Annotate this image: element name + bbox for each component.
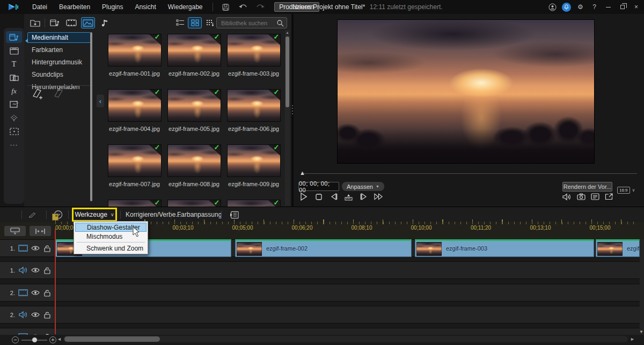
track-header-audio-1[interactable]: 1.	[0, 261, 54, 279]
filter-video-icon[interactable]	[64, 17, 78, 28]
track-lane-audio-2[interactable]	[54, 306, 640, 324]
color-adjust-button[interactable]: Farbanpassung	[177, 211, 222, 218]
scroll-left-icon[interactable]: ◄	[57, 336, 62, 342]
track-manager-button[interactable]	[4, 226, 26, 236]
settings-gear-icon[interactable]: ⚙	[576, 3, 585, 12]
rail-templates-icon[interactable]	[6, 45, 22, 57]
save-icon[interactable]	[222, 3, 230, 11]
media-item[interactable]: ✓ ezgif-frame-009.jpg	[224, 141, 283, 196]
preview-quality-icon[interactable]	[590, 192, 599, 201]
track-lock-icon[interactable]	[42, 289, 53, 297]
track-lane-video-2[interactable]	[54, 284, 640, 302]
import-media-icon[interactable]	[28, 17, 42, 28]
rail-more-icon[interactable]: ···	[6, 139, 22, 151]
detach-window-icon[interactable]	[604, 192, 613, 201]
playhead-grip[interactable]	[52, 214, 58, 221]
filter-audio-icon[interactable]	[98, 17, 112, 28]
media-item[interactable]: ✓ ezgif-frame-002.jpg	[164, 30, 224, 85]
snapshot-camera-icon[interactable]	[576, 192, 586, 201]
stop-button[interactable]	[314, 192, 323, 201]
timeline-zoom-handle[interactable]	[32, 337, 37, 342]
track-visibility-icon[interactable]	[30, 312, 41, 318]
media-item[interactable]: ✓ ezgif-frame-004.jpg	[105, 85, 164, 141]
fit-dropdown[interactable]: Anpassen ▼	[342, 182, 384, 191]
track-lock-icon[interactable]	[42, 333, 53, 335]
track-header-video-2[interactable]: 2.	[0, 284, 54, 302]
track-lock-icon[interactable]	[42, 245, 53, 252]
menu-item-schwenk-und-zoom[interactable]: Schwenk und Zoom	[75, 244, 147, 253]
restore-icon[interactable]	[618, 3, 627, 12]
library-scrollbar[interactable]: ▲	[285, 30, 290, 205]
filter-photo-icon[interactable]	[81, 17, 95, 28]
track-header-video-3[interactable]: 3.	[0, 328, 54, 335]
timeline-zoom-in-button[interactable]: +	[49, 336, 56, 343]
undo-icon[interactable]	[239, 3, 247, 11]
timeline-clip[interactable]: ezgif-frame-004	[596, 239, 640, 257]
rail-media-icon[interactable]	[6, 31, 22, 43]
library-scrollbar-thumb[interactable]	[286, 36, 289, 107]
rail-overlays-icon[interactable]	[6, 99, 22, 111]
filter-all-media-icon[interactable]	[48, 17, 62, 28]
timeline-clip[interactable]: ezgif-frame-003	[415, 239, 594, 257]
track-lane-audio-1[interactable]	[54, 261, 640, 279]
minimize-icon[interactable]	[604, 3, 613, 12]
timeline-vertical-scrollbar[interactable]	[640, 239, 644, 335]
snap-toggle-button[interactable]	[30, 226, 51, 236]
media-item-partial[interactable]: ✓	[224, 196, 283, 207]
rail-transitions-icon[interactable]	[6, 72, 22, 84]
play-button[interactable]	[299, 192, 308, 201]
track-visibility-icon[interactable]	[30, 290, 41, 296]
aspect-ratio-dropdown[interactable]: 16:9 ∨	[617, 187, 635, 194]
fast-forward-button[interactable]	[374, 192, 383, 201]
account-icon[interactable]	[548, 3, 557, 12]
category-scrollbar[interactable]	[90, 32, 92, 201]
rail-particles-icon[interactable]	[6, 112, 22, 124]
help-icon[interactable]: ?	[590, 3, 599, 12]
track-header-audio-2[interactable]: 2.	[0, 306, 54, 324]
collapse-panel-button[interactable]: ‹	[97, 94, 104, 107]
timecode-display[interactable]: 00; 00; 00; 00	[298, 182, 339, 191]
media-item[interactable]: ✓ ezgif-frame-001.jpg	[105, 30, 164, 85]
tools-dropdown-button[interactable]: Werkzeuge ∨	[72, 208, 117, 222]
remove-tag-icon[interactable]	[53, 89, 64, 100]
media-item-partial[interactable]: ✓	[105, 196, 164, 207]
redo-icon[interactable]	[256, 3, 265, 11]
scroll-right-icon[interactable]: ►	[630, 336, 635, 342]
scroll-up-icon[interactable]: ▲	[285, 30, 290, 35]
menu-plugins[interactable]: Plugins	[102, 3, 123, 11]
rail-titles-icon[interactable]: T	[6, 58, 22, 70]
rail-keyframe-icon[interactable]	[6, 126, 22, 137]
menu-ansicht[interactable]: Ansicht	[135, 3, 156, 11]
fix-enhance-button[interactable]: Korrigieren/Verbe...	[126, 211, 181, 218]
horizontal-scrollbar-thumb[interactable]	[64, 336, 160, 342]
previous-frame-button[interactable]	[329, 192, 338, 201]
notifications-icon[interactable]	[562, 3, 571, 12]
media-item[interactable]: ✓ ezgif-frame-006.jpg	[224, 85, 283, 141]
track-lane-video-3[interactable]	[54, 328, 640, 335]
scroll-down-icon[interactable]: ▼	[639, 329, 644, 335]
track-header-video-1[interactable]: 1.	[0, 239, 54, 257]
next-frame-button[interactable]	[359, 192, 368, 201]
razor-tool-icon[interactable]	[28, 210, 37, 219]
seek-ruler-button[interactable]	[344, 192, 353, 201]
menu-datei[interactable]: Datei	[32, 3, 47, 11]
media-item-partial[interactable]: ✓	[164, 196, 224, 207]
category-hintergrundmusik[interactable]: Hintergrundmusik	[27, 57, 91, 68]
seekbar-marker-icon[interactable]: ▲	[299, 170, 305, 176]
media-item[interactable]: ✓ ezgif-frame-005.jpg	[164, 85, 224, 141]
playhead-line[interactable]	[55, 229, 56, 334]
track-lock-icon[interactable]	[42, 267, 53, 274]
volume-icon[interactable]	[562, 192, 572, 201]
media-item[interactable]: ✓ ezgif-frame-008.jpg	[164, 141, 224, 196]
preview-video[interactable]	[337, 19, 595, 164]
timeline-horizontal-scrollbar[interactable]	[63, 336, 628, 342]
menu-wiedergabe[interactable]: Wiedergabe	[168, 3, 203, 11]
grid-view-icon[interactable]	[188, 17, 202, 28]
menu-bearbeiten[interactable]: Bearbeiten	[59, 3, 90, 11]
media-item[interactable]: ✓ ezgif-frame-007.jpg	[105, 141, 164, 196]
track-visibility-icon[interactable]	[30, 334, 41, 335]
open-panel-icon[interactable]	[230, 210, 239, 219]
render-preview-button[interactable]: Rendern der Vor...	[562, 182, 612, 192]
category-soundclips[interactable]: Soundclips	[27, 69, 91, 80]
sort-icon[interactable]	[203, 17, 217, 28]
